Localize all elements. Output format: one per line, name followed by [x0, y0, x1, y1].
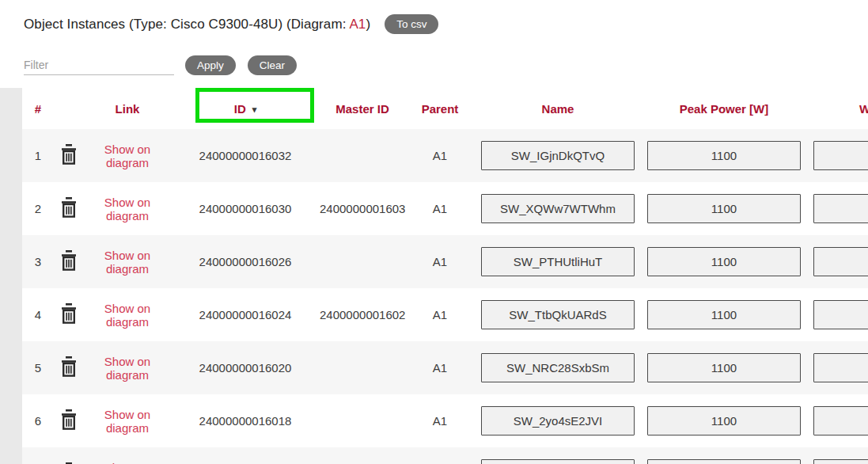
delete-row-button[interactable]: [59, 355, 79, 379]
cutoff-column-input[interactable]: [813, 141, 868, 170]
parent-cell: A1: [405, 182, 475, 235]
peak-power-input[interactable]: [647, 353, 801, 382]
master-id-cell: [320, 129, 405, 182]
peak-power-input[interactable]: [647, 194, 801, 223]
cutoff-column-input[interactable]: [813, 353, 868, 382]
row-number: 1: [22, 129, 54, 182]
cutoff-column-input[interactable]: [813, 459, 868, 464]
to-csv-button[interactable]: To csv: [385, 14, 438, 34]
delete-row-button[interactable]: [59, 143, 79, 167]
parent-cell: A1: [405, 447, 475, 464]
show-on-diagram-link[interactable]: Show on diagram: [104, 249, 150, 276]
cutoff-column-input[interactable]: [813, 300, 868, 329]
name-input[interactable]: [481, 459, 635, 464]
name-input[interactable]: [481, 247, 635, 276]
name-input[interactable]: [481, 300, 635, 329]
col-header-peak-power[interactable]: Peak Power [W]: [641, 88, 807, 129]
id-cell: 24000000016026: [171, 235, 320, 288]
table-row: 3 Show on diagram 24000000016026 A1: [22, 235, 868, 288]
col-header-id[interactable]: ID▾: [171, 88, 320, 129]
header-bar: Object Instances (Type: Cisco C9300-48U)…: [24, 13, 868, 35]
name-input[interactable]: [481, 141, 635, 170]
master-id-cell: 24000000016024: [320, 288, 405, 341]
peak-power-input[interactable]: [647, 247, 801, 276]
peak-power-input[interactable]: [647, 406, 801, 435]
page-title-close-paren: ): [366, 17, 370, 32]
cutoff-column-input[interactable]: [813, 247, 868, 276]
master-id-cell: [320, 394, 405, 447]
parent-cell: A1: [405, 394, 475, 447]
master-id-cell: 24000000016030: [320, 182, 405, 235]
master-id-cell: [320, 235, 405, 288]
table-body: 1 Show on diagram 24000000016032 A1 2: [22, 129, 868, 464]
col-header-delete: [54, 88, 84, 129]
delete-row-button[interactable]: [59, 249, 79, 273]
col-header-link[interactable]: Link: [84, 88, 171, 129]
name-input[interactable]: [481, 353, 635, 382]
object-instances-table-zone: # Link ID▾ Master ID Parent Name Peak Po…: [0, 88, 868, 464]
trash-icon: [59, 249, 79, 273]
col-header-id-label: ID: [234, 102, 246, 116]
delete-row-button[interactable]: [59, 408, 79, 432]
peak-power-input[interactable]: [647, 300, 801, 329]
show-on-diagram-link[interactable]: Show on diagram: [104, 461, 150, 464]
row-number: 3: [22, 235, 54, 288]
cutoff-column-input[interactable]: [813, 406, 868, 435]
table-row: 1 Show on diagram 24000000016032 A1: [22, 129, 868, 182]
parent-cell: A1: [405, 129, 475, 182]
id-cell: 24000000016030: [171, 182, 320, 235]
col-header-name[interactable]: Name: [475, 88, 641, 129]
cutoff-column-input[interactable]: [813, 194, 868, 223]
name-input[interactable]: [481, 406, 635, 435]
id-cell: 24000000016032: [171, 129, 320, 182]
row-number: 5: [22, 341, 54, 394]
peak-power-input[interactable]: [647, 141, 801, 170]
sort-caret-icon[interactable]: ▾: [252, 105, 257, 115]
col-header-master-id[interactable]: Master ID: [320, 88, 405, 129]
master-id-cell: [320, 341, 405, 394]
peak-power-input[interactable]: [647, 459, 801, 464]
table-row: 2 Show on diagram 24000000016030 2400000…: [22, 182, 868, 235]
trash-icon: [59, 408, 79, 432]
show-on-diagram-link[interactable]: Show on diagram: [104, 408, 150, 435]
trash-icon: [59, 355, 79, 379]
id-cell: 24000000016018: [171, 394, 320, 447]
master-id-cell: [320, 447, 405, 464]
parent-cell: A1: [405, 235, 475, 288]
table-row: 4 Show on diagram 24000000016024 2400000…: [22, 288, 868, 341]
name-input[interactable]: [481, 194, 635, 223]
page-title: Object Instances (Type: Cisco C9300-48U)…: [24, 17, 370, 32]
row-number: 7: [22, 447, 54, 464]
show-on-diagram-link[interactable]: Show on diagram: [104, 355, 150, 382]
filter-bar: Apply Clear: [24, 52, 868, 78]
delete-row-button[interactable]: [59, 196, 79, 220]
id-cell: 24000000016016: [171, 447, 320, 464]
diagram-name: A1: [349, 17, 366, 32]
trash-icon: [59, 461, 79, 464]
parent-cell: A1: [405, 341, 475, 394]
id-cell: 24000000016020: [171, 341, 320, 394]
show-on-diagram-link[interactable]: Show on diagram: [104, 196, 150, 222]
table-row: 7 Show on diagram 24000000016016 A1: [22, 447, 868, 464]
page-title-text: Object Instances (Type: Cisco C9300-48U)…: [24, 17, 349, 32]
delete-row-button[interactable]: [59, 302, 79, 326]
row-number: 4: [22, 288, 54, 341]
table-row: 5 Show on diagram 24000000016020 A1: [22, 341, 868, 394]
show-on-diagram-link[interactable]: Show on diagram: [104, 302, 150, 329]
show-on-diagram-link[interactable]: Show on diagram: [104, 143, 150, 169]
delete-row-button[interactable]: [59, 461, 79, 464]
left-gutter: [0, 88, 22, 464]
table-header-row: # Link ID▾ Master ID Parent Name Peak Po…: [22, 88, 868, 129]
row-number: 6: [22, 394, 54, 447]
table-row: 6 Show on diagram 24000000016018 A1: [22, 394, 868, 447]
object-instances-table: # Link ID▾ Master ID Parent Name Peak Po…: [22, 88, 868, 464]
trash-icon: [59, 196, 79, 220]
trash-icon: [59, 302, 79, 326]
filter-input[interactable]: [24, 55, 174, 75]
apply-button[interactable]: Apply: [185, 55, 236, 75]
trash-icon: [59, 143, 79, 167]
parent-cell: A1: [405, 288, 475, 341]
clear-button[interactable]: Clear: [248, 55, 297, 75]
col-header-num: #: [22, 88, 54, 129]
col-header-parent[interactable]: Parent: [405, 88, 475, 129]
